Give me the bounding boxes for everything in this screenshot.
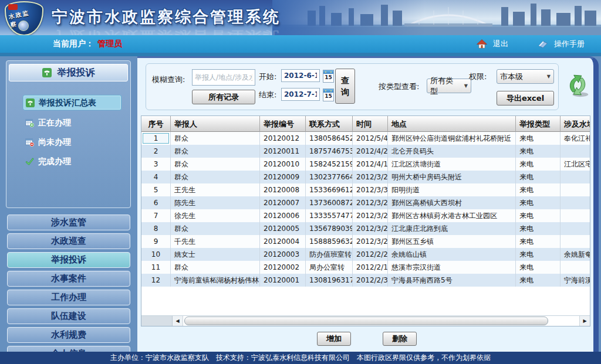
table-cell: 20120012	[260, 132, 306, 145]
table-cell: 20120010	[260, 158, 306, 171]
sidebar-module-6[interactable]: 队伍建设	[7, 308, 130, 324]
table-row[interactable]: 4群众20120009130237766492012/3/29明州大桥中房码头附…	[141, 171, 590, 183]
column-header[interactable]: 地点	[388, 116, 516, 132]
table-row[interactable]: 5王先生20120008153366961212012/3/31阳明街道来电	[141, 183, 590, 196]
table-row[interactable]: 8群众20120005135678903902012/3/26江北康庄北路到底来…	[141, 222, 590, 235]
table-cell	[561, 235, 590, 248]
sidebar-item-3[interactable]: 尚未办理	[23, 135, 126, 149]
all-records-button[interactable]: 所有记录	[192, 90, 255, 104]
column-header[interactable]: 举报编号	[260, 116, 306, 132]
end-date-input[interactable]	[281, 88, 320, 101]
table-cell: 鄞州区高桥镇大西坝村	[388, 196, 516, 209]
header-cityscape-image	[272, 0, 601, 35]
table-cell: 10	[141, 248, 171, 261]
sidebar-item-1[interactable]: 举报投诉汇总表	[23, 95, 121, 110]
scrollbar-track[interactable]	[183, 316, 580, 326]
table-row[interactable]: 6陈先生20120007137360087292012/3/29鄞州区高桥镇大西…	[141, 196, 590, 209]
column-header[interactable]: 序号	[141, 116, 171, 132]
start-date-input[interactable]	[281, 69, 320, 82]
sidebar-module-list: 涉水监管水政巡查举报投诉水事案件工作办理队伍建设水利规费个人信息	[7, 215, 130, 364]
table-remove-icon	[25, 138, 34, 147]
permission-label: 权限:	[469, 72, 487, 82]
sidebar-module-1[interactable]: 涉水监管	[7, 215, 130, 230]
sidebar-section-header[interactable]: 举报投诉	[9, 64, 128, 81]
table-cell: 来电	[516, 248, 561, 261]
sidebar-item-4[interactable]: 完成办理	[23, 154, 126, 168]
permission-select-value: 市本级	[500, 72, 523, 82]
table-cell: 千先生	[171, 235, 260, 248]
table-cell: 王先生	[171, 183, 260, 196]
logout-button[interactable]: 退出	[493, 39, 508, 49]
table-row[interactable]: 9千先生20120004158885963252012/3/23鄞州区五乡镇来电	[141, 235, 590, 248]
type-select[interactable]: 所有类型 ▼	[427, 79, 471, 93]
table-cell: 群众	[171, 145, 260, 158]
table-cell: 20120001	[260, 274, 306, 287]
table-cell: 13081963176	[306, 274, 353, 287]
table-cell: 慈溪市宗汉街道	[388, 261, 516, 274]
scroll-right-button[interactable]: ▶	[580, 316, 590, 326]
sidebar-module-3[interactable]: 举报投诉	[7, 252, 130, 268]
delete-button[interactable]: 删除	[383, 332, 417, 346]
start-calendar-icon[interactable]: 15	[323, 70, 334, 83]
table-row[interactable]: 11群众20120002局办公室转2012/2/10慈溪市宗汉街道来电	[141, 261, 590, 274]
permission-select[interactable]: 市本级 ▼	[497, 69, 554, 84]
app-header: 水政监察 宁波市水政监察综合管理系统 宁波市水政监察综合管理系统	[0, 0, 601, 35]
table-cell: 9	[141, 235, 171, 248]
table-cell: 来电	[516, 171, 561, 183]
column-header[interactable]: 举报类型	[516, 116, 561, 132]
table-cell: 2012/3/23	[353, 235, 388, 248]
current-user-label: 当前用户：	[53, 39, 94, 49]
table-cell: 15336696121	[306, 183, 353, 196]
phone-icon	[42, 68, 52, 77]
add-button[interactable]: 增加	[317, 332, 351, 346]
sidebar-item-list: 举报投诉汇总表正在办理尚未办理完成办理	[23, 95, 126, 174]
table-cell: 7	[141, 209, 171, 222]
data-grid: 序号举报人举报编号联系方式时间地点举报类型涉及水域 1群众20120012138…	[141, 115, 590, 326]
scrollbar-thumb[interactable]	[184, 317, 548, 325]
table-cell: 局办公室转	[306, 261, 353, 274]
scroll-left-button[interactable]: ◀	[173, 316, 183, 326]
table-row[interactable]: 10姚女士20120003防办值班室转2012/2/23余姚临山镇来电余姚新奄	[141, 248, 590, 261]
table-cell: 来电	[516, 158, 561, 171]
table-cell: 1	[141, 132, 171, 145]
sidebar-item-2[interactable]: 正在办理	[23, 115, 126, 130]
horizontal-scrollbar[interactable]: ◀ ▶	[141, 315, 590, 326]
sidebar-module-4[interactable]: 水事案件	[7, 271, 130, 287]
column-header[interactable]: 举报人	[171, 116, 260, 132]
table-row[interactable]: 12宁海前童镇柘湖杨村杨伟林20120001130819631762012/2/…	[141, 274, 590, 287]
table-cell: 18757467537	[306, 145, 353, 158]
table-cell: 2012/3/29	[353, 171, 388, 183]
column-header[interactable]: 联系方式	[306, 116, 353, 132]
column-header[interactable]: 时间	[353, 116, 388, 132]
table-cell	[561, 196, 590, 209]
query-button[interactable]: 查询	[335, 69, 355, 104]
manual-button[interactable]: 操作手册	[554, 39, 585, 49]
chevron-down-icon: ▼	[547, 74, 551, 79]
sidebar-section-panel: 举报投诉 举报投诉汇总表正在办理尚未办理完成办理	[6, 60, 131, 208]
sidebar-module-5[interactable]: 工作办理	[7, 290, 130, 305]
export-excel-button[interactable]: 导出excel	[497, 91, 554, 106]
end-calendar-icon[interactable]: 15	[323, 89, 334, 101]
table-add-icon	[25, 118, 34, 127]
table-row[interactable]: 3群众20120010158245215972012/4/17江北区洪塘街道来电…	[141, 158, 590, 171]
sidebar-module-2[interactable]: 水政巡查	[7, 233, 130, 249]
table-cell: 13567890390	[306, 222, 353, 235]
table-cell: 防办值班室转	[306, 248, 353, 261]
sidebar-module-7[interactable]: 水利规费	[7, 327, 130, 343]
table-cell: 2012/4/17	[353, 158, 388, 171]
table-cell: 2012/3/29	[353, 196, 388, 209]
table-cell: 群众	[171, 132, 260, 145]
column-header[interactable]: 涉及水域	[561, 116, 590, 132]
table-row[interactable]: 7徐先生20120006133355747782012/3/29鄞州区古林镇葑水…	[141, 209, 590, 222]
table-cell: 2	[141, 145, 171, 158]
table-cell: 2012/2/10	[353, 261, 388, 274]
table-cell: 徐先生	[171, 209, 260, 222]
sidebar-item-label: 举报投诉汇总表	[39, 96, 96, 110]
table-cell: 20120009	[260, 171, 306, 183]
table-row[interactable]: 1群众20120012138058645282012/5/4鄞州区钟公庙街道铜盆…	[141, 132, 590, 145]
refresh-icon[interactable]	[565, 72, 592, 99]
table-cell: 江北区洪塘街道	[388, 158, 516, 171]
table-row[interactable]: 2群众20120011187574675372012/4/23北仑开良码头来电	[141, 145, 590, 158]
table-cell: 来电	[516, 274, 561, 287]
fuzzy-search-input[interactable]	[192, 69, 255, 86]
